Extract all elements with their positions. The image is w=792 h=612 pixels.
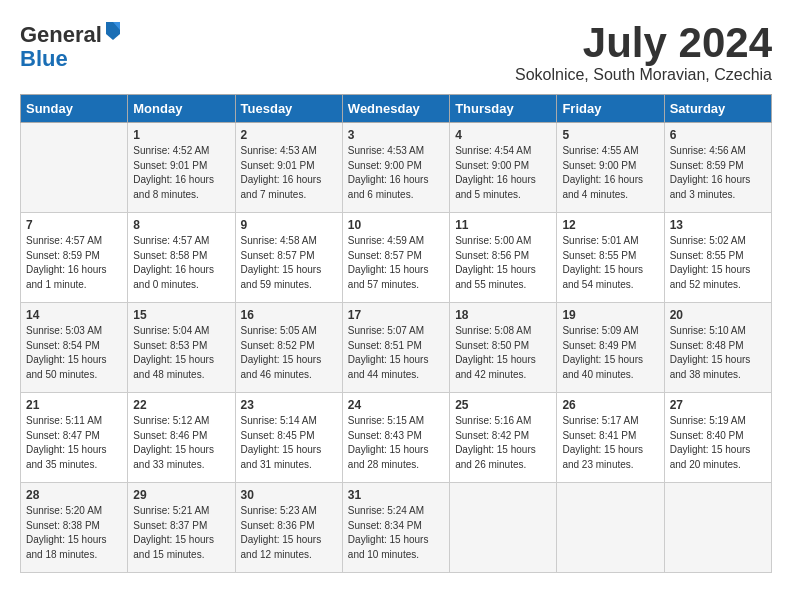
- location: Sokolnice, South Moravian, Czechia: [515, 66, 772, 84]
- day-info: Sunrise: 5:16 AM Sunset: 8:42 PM Dayligh…: [455, 414, 551, 472]
- weekday-saturday: Saturday: [664, 95, 771, 123]
- logo: General Blue: [20, 20, 122, 71]
- day-info: Sunrise: 5:08 AM Sunset: 8:50 PM Dayligh…: [455, 324, 551, 382]
- day-cell: 31Sunrise: 5:24 AM Sunset: 8:34 PM Dayli…: [342, 483, 449, 573]
- day-number: 3: [348, 128, 444, 142]
- day-cell: 23Sunrise: 5:14 AM Sunset: 8:45 PM Dayli…: [235, 393, 342, 483]
- day-cell: 29Sunrise: 5:21 AM Sunset: 8:37 PM Dayli…: [128, 483, 235, 573]
- day-info: Sunrise: 5:07 AM Sunset: 8:51 PM Dayligh…: [348, 324, 444, 382]
- day-cell: 5Sunrise: 4:55 AM Sunset: 9:00 PM Daylig…: [557, 123, 664, 213]
- day-cell: 19Sunrise: 5:09 AM Sunset: 8:49 PM Dayli…: [557, 303, 664, 393]
- day-number: 16: [241, 308, 337, 322]
- day-info: Sunrise: 4:59 AM Sunset: 8:57 PM Dayligh…: [348, 234, 444, 292]
- day-info: Sunrise: 4:57 AM Sunset: 8:59 PM Dayligh…: [26, 234, 122, 292]
- day-cell: 1Sunrise: 4:52 AM Sunset: 9:01 PM Daylig…: [128, 123, 235, 213]
- day-number: 6: [670, 128, 766, 142]
- day-cell: 28Sunrise: 5:20 AM Sunset: 8:38 PM Dayli…: [21, 483, 128, 573]
- day-number: 11: [455, 218, 551, 232]
- page-header: General Blue July 2024 Sokolnice, South …: [20, 20, 772, 84]
- month-title: July 2024: [515, 20, 772, 66]
- day-info: Sunrise: 4:53 AM Sunset: 9:00 PM Dayligh…: [348, 144, 444, 202]
- day-number: 10: [348, 218, 444, 232]
- day-info: Sunrise: 5:01 AM Sunset: 8:55 PM Dayligh…: [562, 234, 658, 292]
- day-info: Sunrise: 5:12 AM Sunset: 8:46 PM Dayligh…: [133, 414, 229, 472]
- day-number: 7: [26, 218, 122, 232]
- day-cell: [664, 483, 771, 573]
- day-info: Sunrise: 4:56 AM Sunset: 8:59 PM Dayligh…: [670, 144, 766, 202]
- day-info: Sunrise: 5:04 AM Sunset: 8:53 PM Dayligh…: [133, 324, 229, 382]
- day-cell: 10Sunrise: 4:59 AM Sunset: 8:57 PM Dayli…: [342, 213, 449, 303]
- day-cell: 27Sunrise: 5:19 AM Sunset: 8:40 PM Dayli…: [664, 393, 771, 483]
- day-info: Sunrise: 4:54 AM Sunset: 9:00 PM Dayligh…: [455, 144, 551, 202]
- day-cell: [557, 483, 664, 573]
- weekday-tuesday: Tuesday: [235, 95, 342, 123]
- day-cell: 21Sunrise: 5:11 AM Sunset: 8:47 PM Dayli…: [21, 393, 128, 483]
- day-info: Sunrise: 5:10 AM Sunset: 8:48 PM Dayligh…: [670, 324, 766, 382]
- day-cell: 22Sunrise: 5:12 AM Sunset: 8:46 PM Dayli…: [128, 393, 235, 483]
- day-cell: 20Sunrise: 5:10 AM Sunset: 8:48 PM Dayli…: [664, 303, 771, 393]
- day-cell: 7Sunrise: 4:57 AM Sunset: 8:59 PM Daylig…: [21, 213, 128, 303]
- weekday-sunday: Sunday: [21, 95, 128, 123]
- day-number: 1: [133, 128, 229, 142]
- day-info: Sunrise: 4:52 AM Sunset: 9:01 PM Dayligh…: [133, 144, 229, 202]
- weekday-thursday: Thursday: [450, 95, 557, 123]
- day-cell: 17Sunrise: 5:07 AM Sunset: 8:51 PM Dayli…: [342, 303, 449, 393]
- day-cell: 4Sunrise: 4:54 AM Sunset: 9:00 PM Daylig…: [450, 123, 557, 213]
- day-cell: 26Sunrise: 5:17 AM Sunset: 8:41 PM Dayli…: [557, 393, 664, 483]
- logo-icon: [104, 20, 122, 42]
- day-info: Sunrise: 5:19 AM Sunset: 8:40 PM Dayligh…: [670, 414, 766, 472]
- day-cell: 9Sunrise: 4:58 AM Sunset: 8:57 PM Daylig…: [235, 213, 342, 303]
- day-info: Sunrise: 5:02 AM Sunset: 8:55 PM Dayligh…: [670, 234, 766, 292]
- week-row-4: 21Sunrise: 5:11 AM Sunset: 8:47 PM Dayli…: [21, 393, 772, 483]
- day-number: 4: [455, 128, 551, 142]
- day-info: Sunrise: 4:55 AM Sunset: 9:00 PM Dayligh…: [562, 144, 658, 202]
- day-cell: 15Sunrise: 5:04 AM Sunset: 8:53 PM Dayli…: [128, 303, 235, 393]
- day-number: 2: [241, 128, 337, 142]
- day-info: Sunrise: 4:53 AM Sunset: 9:01 PM Dayligh…: [241, 144, 337, 202]
- weekday-wednesday: Wednesday: [342, 95, 449, 123]
- day-cell: 8Sunrise: 4:57 AM Sunset: 8:58 PM Daylig…: [128, 213, 235, 303]
- day-number: 31: [348, 488, 444, 502]
- day-info: Sunrise: 5:24 AM Sunset: 8:34 PM Dayligh…: [348, 504, 444, 562]
- day-number: 5: [562, 128, 658, 142]
- day-number: 14: [26, 308, 122, 322]
- day-number: 17: [348, 308, 444, 322]
- logo-general: General: [20, 22, 102, 47]
- weekday-monday: Monday: [128, 95, 235, 123]
- week-row-5: 28Sunrise: 5:20 AM Sunset: 8:38 PM Dayli…: [21, 483, 772, 573]
- day-number: 26: [562, 398, 658, 412]
- calendar-body: 1Sunrise: 4:52 AM Sunset: 9:01 PM Daylig…: [21, 123, 772, 573]
- day-number: 9: [241, 218, 337, 232]
- day-info: Sunrise: 4:58 AM Sunset: 8:57 PM Dayligh…: [241, 234, 337, 292]
- day-number: 24: [348, 398, 444, 412]
- day-number: 19: [562, 308, 658, 322]
- weekday-friday: Friday: [557, 95, 664, 123]
- day-number: 22: [133, 398, 229, 412]
- day-number: 29: [133, 488, 229, 502]
- day-info: Sunrise: 5:23 AM Sunset: 8:36 PM Dayligh…: [241, 504, 337, 562]
- day-number: 21: [26, 398, 122, 412]
- day-info: Sunrise: 5:05 AM Sunset: 8:52 PM Dayligh…: [241, 324, 337, 382]
- day-number: 27: [670, 398, 766, 412]
- day-cell: [450, 483, 557, 573]
- day-cell: 14Sunrise: 5:03 AM Sunset: 8:54 PM Dayli…: [21, 303, 128, 393]
- week-row-2: 7Sunrise: 4:57 AM Sunset: 8:59 PM Daylig…: [21, 213, 772, 303]
- day-info: Sunrise: 5:09 AM Sunset: 8:49 PM Dayligh…: [562, 324, 658, 382]
- day-cell: 2Sunrise: 4:53 AM Sunset: 9:01 PM Daylig…: [235, 123, 342, 213]
- title-block: July 2024 Sokolnice, South Moravian, Cze…: [515, 20, 772, 84]
- day-cell: 18Sunrise: 5:08 AM Sunset: 8:50 PM Dayli…: [450, 303, 557, 393]
- day-number: 12: [562, 218, 658, 232]
- day-number: 20: [670, 308, 766, 322]
- day-info: Sunrise: 5:21 AM Sunset: 8:37 PM Dayligh…: [133, 504, 229, 562]
- day-cell: 6Sunrise: 4:56 AM Sunset: 8:59 PM Daylig…: [664, 123, 771, 213]
- day-number: 28: [26, 488, 122, 502]
- day-number: 30: [241, 488, 337, 502]
- day-info: Sunrise: 5:11 AM Sunset: 8:47 PM Dayligh…: [26, 414, 122, 472]
- day-number: 13: [670, 218, 766, 232]
- day-number: 25: [455, 398, 551, 412]
- day-info: Sunrise: 5:15 AM Sunset: 8:43 PM Dayligh…: [348, 414, 444, 472]
- day-number: 15: [133, 308, 229, 322]
- logo-blue: Blue: [20, 46, 68, 71]
- day-cell: 13Sunrise: 5:02 AM Sunset: 8:55 PM Dayli…: [664, 213, 771, 303]
- day-info: Sunrise: 4:57 AM Sunset: 8:58 PM Dayligh…: [133, 234, 229, 292]
